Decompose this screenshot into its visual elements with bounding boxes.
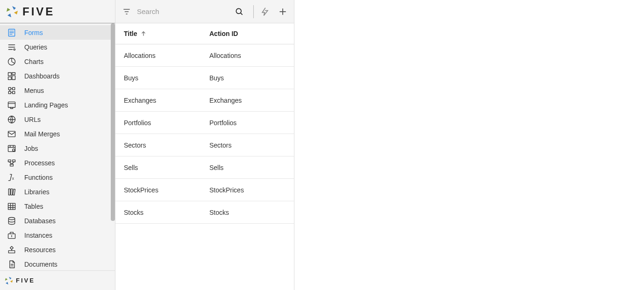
table-icon [6, 201, 18, 212]
cell-action-id: Portfolios [209, 119, 286, 127]
table-row[interactable]: SectorsSectors [115, 134, 294, 156]
dashboard-icon [6, 71, 18, 81]
sidebar-item-label: Documents [24, 261, 57, 268]
sidebar-item-processes[interactable]: Processes [0, 156, 115, 170]
svg-rect-36 [8, 189, 10, 195]
sidebar-scrollbar-thumb[interactable] [111, 23, 115, 221]
cell-title: StockPrices [124, 186, 209, 194]
sidebar-item-urls[interactable]: URLs [0, 112, 115, 127]
svg-point-8 [14, 49, 15, 50]
table-row[interactable]: BuysBuys [115, 67, 294, 89]
sidebar-item-label: Dashboards [24, 72, 60, 80]
menu-icon [6, 85, 18, 96]
sidebar-item-label: Forms [24, 29, 43, 36]
svg-marker-2 [7, 14, 11, 17]
cell-action-id: Exchanges [209, 97, 286, 104]
resource-icon [6, 245, 18, 255]
sidebar-item-label: Landing Pages [24, 101, 68, 109]
sidebar-item-resources[interactable]: Resources [0, 242, 115, 257]
table-header: Title Action ID [115, 23, 294, 44]
svg-marker-53 [5, 278, 8, 281]
cell-title: Exchanges [124, 97, 209, 104]
svg-rect-31 [13, 160, 15, 162]
cell-title: Sells [124, 164, 209, 171]
sidebar-item-forms[interactable]: Forms [0, 25, 115, 40]
sidebar-item-dashboards[interactable]: Dashboards [0, 69, 115, 83]
svg-line-58 [241, 13, 243, 14]
table-row[interactable]: ExchangesExchanges [115, 89, 294, 112]
sidebar-item-tables[interactable]: Tables [0, 199, 115, 213]
svg-rect-37 [11, 189, 12, 195]
cell-title: Allocations [124, 52, 209, 59]
sidebar-item-documents[interactable]: Documents [0, 257, 115, 270]
footer-brand-mark-icon [4, 276, 14, 286]
chart-icon [6, 57, 18, 67]
cell-action-id: Buys [209, 74, 286, 82]
app-root: FIVE FormsQueriesChartsDashboardsMenusLa… [0, 0, 644, 290]
sidebar-scrollbar[interactable] [111, 23, 115, 270]
column-header-action-id-label: Action ID [209, 30, 238, 37]
svg-rect-39 [8, 203, 15, 209]
query-icon [6, 42, 18, 52]
svg-rect-25 [8, 145, 15, 151]
column-header-title[interactable]: Title [124, 30, 209, 37]
cell-action-id: Stocks [209, 209, 286, 216]
footer-brand[interactable]: FIVE [0, 270, 115, 290]
search-input[interactable] [136, 6, 230, 17]
sidebar-item-instances[interactable]: Instances [0, 228, 115, 242]
quick-action-icon[interactable] [258, 7, 272, 16]
sidebar-item-charts[interactable]: Charts [0, 54, 115, 69]
sidebar-item-label: Charts [24, 58, 43, 65]
sidebar-item-label: Jobs [24, 145, 38, 152]
table-row[interactable]: PortfoliosPortfolios [115, 112, 294, 134]
svg-rect-17 [13, 91, 15, 93]
table-row[interactable]: StocksStocks [115, 201, 294, 224]
sort-asc-icon [140, 30, 147, 37]
sidebar-item-label: Resources [24, 246, 56, 254]
table-row[interactable]: SellsSells [115, 156, 294, 179]
svg-marker-1 [14, 11, 18, 14]
sidebar-item-label: Databases [24, 217, 56, 225]
sidebar-item-databases[interactable]: Databases [0, 213, 115, 228]
svg-rect-10 [8, 72, 12, 76]
sidebar-item-mail-merges[interactable]: Mail Merges [0, 127, 115, 141]
svg-rect-30 [8, 160, 11, 162]
table-body: AllocationsAllocationsBuysBuysExchangesE… [115, 44, 294, 224]
sidebar-item-queries[interactable]: Queries [0, 40, 115, 54]
url-icon [6, 114, 18, 125]
brand-text: FIVE [22, 5, 55, 18]
sidebar-item-label: Menus [24, 87, 44, 94]
toolbar-divider [253, 5, 254, 18]
add-icon[interactable] [276, 7, 287, 16]
sidebar-item-landing-pages[interactable]: Landing Pages [0, 98, 115, 112]
svg-rect-14 [8, 87, 11, 90]
sidebar-item-functions[interactable]: xFunctions [0, 170, 115, 184]
sidebar-item-label: Mail Merges [24, 130, 60, 138]
document-icon [6, 259, 18, 269]
cell-action-id: Allocations [209, 52, 286, 59]
cell-action-id: StockPrices [209, 186, 286, 194]
sidebar: FIVE FormsQueriesChartsDashboardsMenusLa… [0, 0, 115, 290]
sidebar-item-menus[interactable]: Menus [0, 83, 115, 98]
sidebar-nav: FormsQueriesChartsDashboardsMenusLanding… [0, 23, 115, 270]
filter-icon[interactable] [122, 7, 131, 16]
sidebar-item-jobs[interactable]: Jobs [0, 141, 115, 156]
svg-rect-12 [12, 76, 15, 79]
table-row[interactable]: StockPricesStockPrices [115, 179, 294, 201]
landing-icon [6, 100, 18, 110]
database-icon [6, 216, 18, 226]
table-row[interactable]: AllocationsAllocations [115, 44, 294, 67]
brand-logo[interactable]: FIVE [0, 0, 115, 23]
library-icon [6, 187, 18, 197]
svg-marker-3 [7, 8, 10, 12]
svg-rect-24 [8, 131, 15, 137]
sidebar-item-label: URLs [24, 116, 41, 123]
sidebar-item-libraries[interactable]: Libraries [0, 184, 115, 199]
cell-title: Buys [124, 74, 209, 82]
instance-icon [6, 230, 18, 240]
mail-icon [6, 129, 18, 139]
column-header-action-id[interactable]: Action ID [209, 30, 286, 37]
form-icon [6, 28, 18, 38]
search-icon[interactable] [235, 7, 249, 16]
search-wrap [136, 6, 230, 17]
